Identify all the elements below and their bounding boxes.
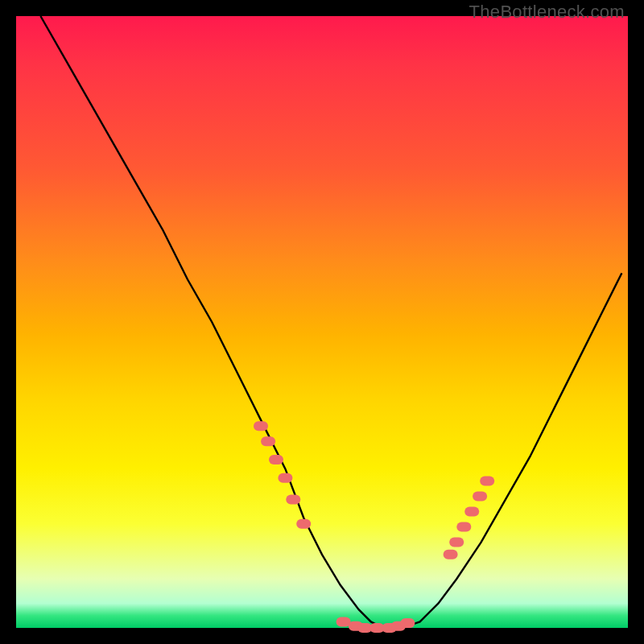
chart-svg bbox=[16, 16, 628, 628]
curve-marker bbox=[278, 473, 292, 483]
curve-marker bbox=[254, 421, 268, 431]
curve-marker bbox=[336, 617, 351, 626]
curve-marker bbox=[286, 494, 300, 504]
curve-marker bbox=[444, 550, 458, 559]
curve-marker bbox=[456, 522, 471, 532]
curve-marker bbox=[400, 618, 415, 628]
bottleneck-curve bbox=[40, 16, 621, 628]
curve-marker bbox=[480, 477, 494, 486]
chart-frame: TheBottleneck.com bbox=[0, 0, 644, 644]
marker-group bbox=[254, 421, 494, 633]
curve-marker bbox=[261, 436, 275, 446]
curve-marker bbox=[473, 492, 487, 502]
curve-marker bbox=[449, 538, 464, 547]
curve-marker bbox=[464, 507, 479, 517]
chart-plot-area bbox=[16, 16, 628, 628]
curve-marker bbox=[296, 519, 311, 529]
curve-marker bbox=[269, 455, 283, 464]
